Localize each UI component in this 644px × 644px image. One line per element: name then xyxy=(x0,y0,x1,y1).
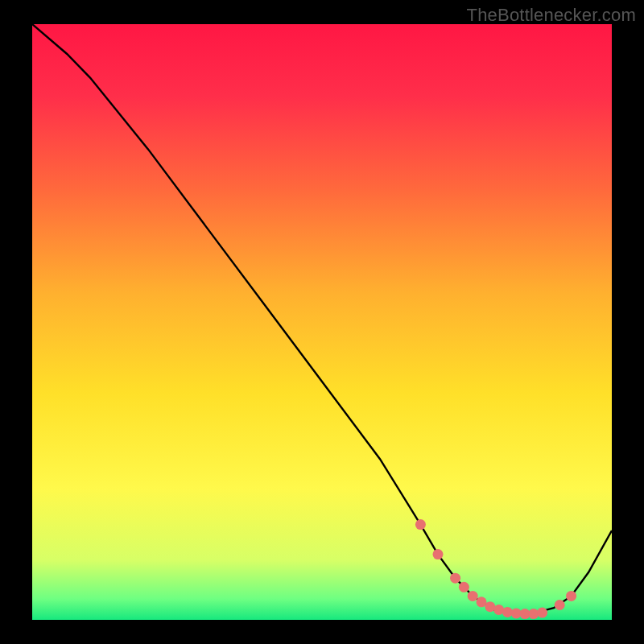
watermark-text: TheBottlenecker.com xyxy=(467,5,636,26)
highlight-point xyxy=(555,600,565,610)
highlight-point xyxy=(450,573,460,584)
highlight-point xyxy=(433,549,444,559)
highlight-point xyxy=(415,519,426,530)
highlight-point xyxy=(566,591,576,601)
chart-frame: TheBottlenecker.com xyxy=(0,0,644,644)
highlight-markers xyxy=(415,519,576,619)
curve-layer xyxy=(32,24,612,620)
highlight-point xyxy=(459,582,469,592)
chart-curve xyxy=(32,24,612,614)
highlight-point xyxy=(468,591,478,601)
plot-area xyxy=(32,24,612,620)
highlight-point xyxy=(537,608,547,618)
